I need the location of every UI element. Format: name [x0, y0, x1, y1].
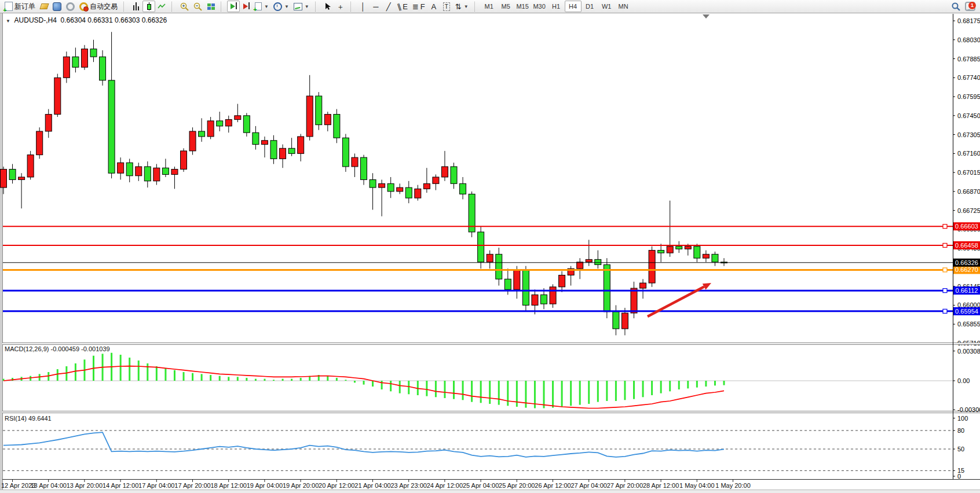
tile-windows-icon — [207, 3, 215, 10]
trendline-icon: ╱ — [386, 3, 391, 10]
auto-scroll-icon — [231, 2, 237, 11]
templates-icon — [294, 3, 302, 10]
zoom-in-icon — [180, 2, 189, 11]
equidistant-channel-button[interactable]: ∥E — [395, 1, 410, 12]
tf-button-d1[interactable]: D1 — [582, 1, 598, 12]
bar-chart-button[interactable] — [130, 1, 142, 12]
search-icon — [951, 2, 960, 11]
fibonacci-icon: ≣ — [412, 3, 419, 10]
periods-button[interactable]: ▼ — [271, 1, 291, 12]
tf-button-mn[interactable]: MN — [615, 1, 632, 12]
auto-trading-icon — [79, 2, 88, 11]
label-tool-button[interactable]: T — [440, 1, 453, 12]
macd-pane[interactable] — [3, 345, 953, 411]
search-button[interactable] — [949, 1, 963, 12]
terminal-icon — [53, 2, 61, 11]
signals-icon — [66, 2, 75, 11]
rsi-label: RSI(14) 49.6441 — [5, 415, 52, 422]
window-left-border — [0, 13, 2, 493]
cursor-icon — [324, 2, 331, 10]
vertical-line-icon: │ — [361, 3, 365, 10]
toolbar-separator — [474, 2, 478, 12]
mt4-window: { "toolbar": { "new_order_label": "新订单",… — [0, 0, 980, 493]
cursor-button[interactable] — [321, 1, 334, 12]
terminal-button[interactable] — [50, 1, 64, 12]
tf-button-m5[interactable]: M5 — [498, 1, 514, 12]
history-center-icon — [39, 3, 49, 9]
indicators-icon: + — [255, 2, 262, 10]
new-order-button[interactable]: + 新订单 — [2, 1, 38, 12]
candlestick-button[interactable] — [142, 1, 155, 12]
notifications-button[interactable]: 1 — [963, 1, 978, 13]
symbol-title: AUDUSD-,H4 — [14, 16, 57, 24]
new-order-label: 新订单 — [14, 2, 35, 12]
price-axis[interactable] — [953, 14, 980, 479]
label-tool-icon: T — [443, 2, 450, 11]
horizontal-line-icon: ─ — [373, 3, 378, 10]
zoom-out-button[interactable] — [191, 1, 204, 12]
templates-button[interactable]: ▼ — [291, 1, 312, 12]
tf-button-m30[interactable]: M30 — [531, 1, 548, 12]
toolbar-separator — [221, 2, 225, 12]
timeframe-group: M1M5M15M30H1H4D1W1MN — [481, 1, 632, 12]
line-chart-icon — [158, 3, 166, 10]
time-axis[interactable] — [3, 479, 953, 490]
candlestick-icon — [147, 2, 151, 10]
auto-trading-label: 自动交易 — [90, 2, 118, 12]
history-center-button[interactable] — [38, 1, 50, 12]
toolbar-separator — [350, 2, 354, 12]
auto-trading-button[interactable]: 自动交易 — [77, 1, 120, 12]
tf-button-m15[interactable]: M15 — [514, 1, 531, 12]
trendline-button[interactable]: ╱ — [382, 1, 395, 12]
crosshair-icon: ＋ — [337, 3, 344, 10]
bar-chart-icon — [133, 2, 139, 10]
chart-plot-area[interactable] — [3, 14, 953, 343]
zoom-out-icon — [193, 2, 202, 11]
fibonacci-button[interactable]: ≣F — [410, 1, 427, 12]
auto-scroll-button[interactable] — [227, 1, 240, 12]
chart-shift-icon — [243, 2, 250, 11]
tile-windows-button[interactable] — [204, 1, 217, 12]
text-tool-button[interactable]: A — [427, 1, 440, 12]
text-tool-icon: A — [431, 3, 436, 10]
equidistant-channel-icon: ∥ — [396, 2, 402, 10]
ohlc-values: 0.66304 0.66331 0.66303 0.66326 — [61, 16, 167, 24]
new-order-icon: + — [5, 2, 13, 11]
clock-icon — [273, 2, 282, 11]
arrows-tool-icon: ⇅ — [455, 3, 462, 10]
chart-shift-button[interactable] — [240, 1, 253, 12]
tf-button-m1[interactable]: M1 — [481, 1, 498, 12]
crosshair-button[interactable]: ＋ — [334, 1, 347, 12]
tf-button-w1[interactable]: W1 — [598, 1, 615, 12]
tf-button-h4[interactable]: H4 — [565, 1, 582, 12]
line-chart-button[interactable] — [155, 1, 168, 12]
horizontal-line-button[interactable]: ─ — [370, 1, 382, 12]
collapse-icon[interactable]: ▼ — [6, 19, 10, 24]
vertical-line-button[interactable]: │ — [357, 1, 370, 12]
rsi-pane[interactable] — [3, 413, 953, 479]
tf-button-h1[interactable]: H1 — [548, 1, 565, 12]
indicators-button[interactable]: +▼ — [253, 1, 271, 12]
arrows-tool-button[interactable]: ⇅▼ — [453, 1, 471, 12]
macd-label: MACD(12,26,9) -0.000459 -0.001039 — [5, 345, 110, 352]
toolbar-separator — [315, 2, 319, 12]
toolbar: + 新订单 自动交易 +▼ ▼ ▼ — [0, 0, 980, 13]
chart-title: ▼ AUDUSD-,H4 0.66304 0.66331 0.66303 0.6… — [6, 16, 167, 24]
toolbar-separator — [123, 2, 127, 12]
toolbar-separator — [171, 2, 175, 12]
notification-badge: 1 — [968, 2, 976, 9]
signals-button[interactable] — [64, 1, 77, 12]
zoom-in-button[interactable] — [178, 1, 191, 12]
